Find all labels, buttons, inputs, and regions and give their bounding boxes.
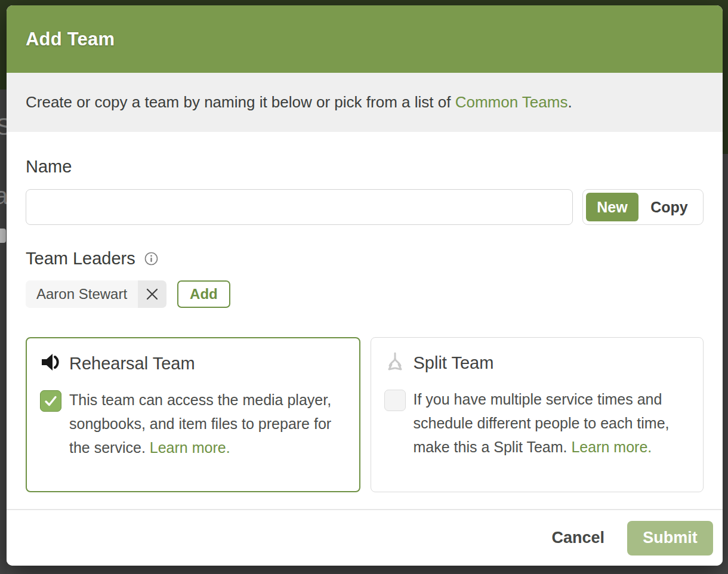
modal-body: Name New Copy Team Leaders Aaron Stewart	[7, 132, 723, 509]
team-leaders-row: Aaron Stewart Add	[26, 280, 704, 308]
split-icon	[384, 351, 406, 375]
rehearsal-learn-more-link[interactable]: Learn more.	[150, 439, 230, 456]
rehearsal-team-option: This team can access the media player, s…	[40, 390, 346, 459]
rehearsal-team-card: Rehearsal Team This team can access the …	[26, 337, 360, 492]
rehearsal-team-description: This team can access the media player, s…	[69, 388, 333, 459]
subtitle-text: Create or copy a team by naming it below…	[26, 93, 572, 112]
background-ui-fragment	[0, 229, 6, 243]
name-label: Name	[26, 157, 704, 177]
modal-subtitle: Create or copy a team by naming it below…	[7, 73, 723, 132]
split-team-checkbox[interactable]	[384, 390, 406, 411]
modal-header: Add Team	[7, 5, 723, 73]
split-team-card: Split Team If you have multiple service …	[371, 337, 704, 492]
copy-mode-button[interactable]: Copy	[638, 193, 700, 221]
modal-title: Add Team	[26, 29, 115, 50]
team-leader-chip: Aaron Stewart	[26, 280, 166, 308]
new-mode-button[interactable]: New	[586, 193, 638, 221]
split-team-description: If you have multiple service times and s…	[414, 387, 671, 459]
split-team-option: If you have multiple service times and s…	[384, 390, 690, 459]
subtitle-prefix: Create or copy a team by naming it below…	[26, 93, 455, 111]
add-team-modal: Add Team Create or copy a team by naming…	[7, 5, 723, 566]
subtitle-suffix: .	[567, 93, 572, 111]
speaker-icon	[40, 352, 61, 375]
rehearsal-team-title-row: Rehearsal Team	[40, 353, 346, 374]
cancel-button[interactable]: Cancel	[551, 529, 604, 547]
rehearsal-team-checkbox[interactable]	[40, 390, 61, 412]
modal-footer: Cancel Submit	[7, 509, 723, 566]
name-row: New Copy	[26, 189, 704, 225]
team-leader-name: Aaron Stewart	[26, 280, 138, 308]
new-copy-toggle: New Copy	[582, 189, 704, 225]
remove-leader-icon[interactable]	[138, 280, 166, 308]
split-learn-more-link[interactable]: Learn more.	[571, 439, 652, 455]
team-leaders-label-row: Team Leaders	[26, 249, 704, 269]
split-team-title: Split Team	[414, 353, 494, 373]
team-leaders-label: Team Leaders	[26, 249, 135, 269]
team-type-cards: Rehearsal Team This team can access the …	[26, 337, 704, 492]
common-teams-link[interactable]: Common Teams	[455, 93, 568, 111]
rehearsal-team-title: Rehearsal Team	[69, 354, 195, 374]
team-name-input[interactable]	[26, 189, 573, 225]
submit-button[interactable]: Submit	[627, 521, 713, 556]
info-icon[interactable]	[144, 252, 158, 266]
add-leader-button[interactable]: Add	[177, 280, 230, 308]
split-team-title-row: Split Team	[384, 352, 690, 374]
